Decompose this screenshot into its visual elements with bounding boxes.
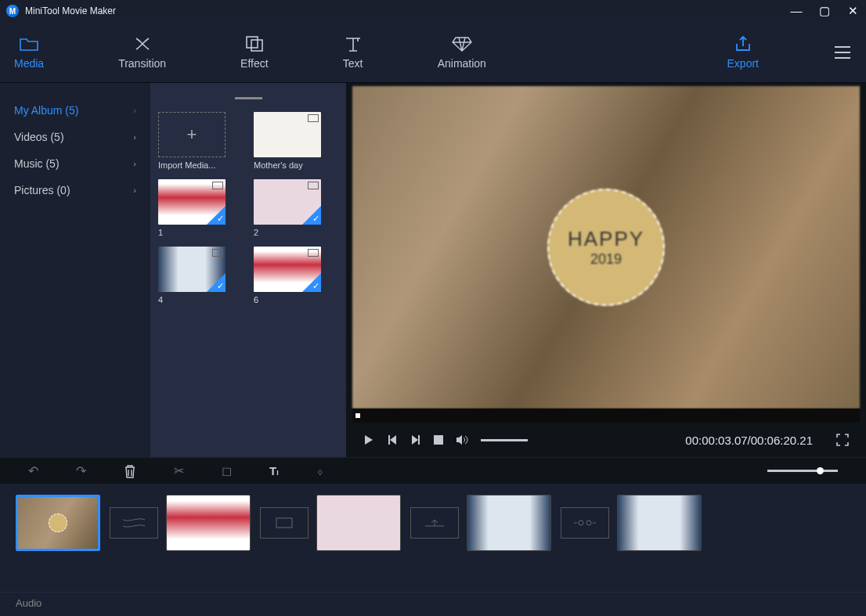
transition-slot[interactable]	[260, 507, 309, 539]
media-item[interactable]: 2	[254, 179, 338, 237]
timeline-clip[interactable]	[467, 495, 551, 551]
app-logo: M	[6, 5, 19, 17]
titlebar: M MiniTool Movie Maker — ▢ ✕	[0, 0, 866, 22]
media-tab[interactable]: Media	[14, 35, 44, 70]
next-frame-button[interactable]	[410, 434, 421, 445]
animation-tab[interactable]: Animation	[438, 35, 486, 70]
transition-slot[interactable]	[110, 507, 158, 539]
export-icon	[733, 35, 753, 52]
filmstrip-icon	[308, 249, 319, 257]
svg-point-4	[579, 521, 583, 525]
diamond-icon	[452, 35, 472, 52]
text-overlay-circle[interactable]: HAPPY 2019	[547, 189, 665, 306]
preview-panel: HAPPY 2019 00:00:03.07/00:06:20.21	[346, 83, 866, 457]
text-icon	[343, 35, 363, 52]
playhead[interactable]	[355, 413, 360, 418]
stop-button[interactable]	[434, 435, 443, 445]
transition-tab[interactable]: Transition	[118, 35, 166, 70]
close-button[interactable]: ✕	[846, 4, 860, 18]
timeline-clip[interactable]	[316, 495, 401, 551]
timeline[interactable]	[0, 484, 866, 592]
audio-track[interactable]: Audio	[0, 592, 866, 616]
svg-rect-1	[251, 40, 262, 51]
undo-button[interactable]: ↶	[28, 463, 38, 478]
prev-frame-button[interactable]	[387, 434, 398, 445]
sidebar-item-music[interactable]: Music (5)›	[0, 150, 150, 177]
chevron-right-icon: ›	[133, 159, 136, 168]
svg-rect-0	[247, 37, 258, 48]
app-title: MiniTool Movie Maker	[25, 5, 789, 16]
timeline-clip[interactable]	[166, 495, 251, 551]
timecode: 00:00:03.07/00:06:20.21	[685, 434, 813, 447]
svg-point-5	[586, 521, 591, 525]
chevron-right-icon: ›	[133, 132, 136, 142]
volume-button[interactable]	[456, 434, 468, 445]
chevron-right-icon: ›	[133, 106, 136, 115]
crop-button[interactable]: ◻	[222, 463, 232, 478]
scroll-indicator[interactable]	[235, 97, 262, 99]
check-icon	[207, 273, 226, 292]
timeline-clip[interactable]	[16, 495, 100, 551]
transition-slot[interactable]	[410, 507, 459, 539]
volume-slider[interactable]	[481, 439, 528, 441]
media-item[interactable]: 4	[158, 247, 243, 304]
video-preview[interactable]: HAPPY 2019	[352, 86, 860, 409]
progress-bar[interactable]	[352, 409, 860, 423]
svg-rect-3	[276, 518, 292, 528]
filmstrip-icon	[308, 114, 319, 122]
svg-rect-2	[434, 435, 443, 445]
sidebar-item-my-album[interactable]: My Album (5)›	[0, 97, 150, 124]
check-icon	[302, 273, 321, 292]
filmstrip-icon	[212, 249, 223, 257]
text-tab[interactable]: Text	[343, 35, 363, 70]
chevron-right-icon: ›	[133, 186, 136, 195]
media-panel: + Import Media... Mother's day 1 2 4	[150, 83, 346, 457]
media-item[interactable]: 1	[158, 179, 243, 237]
sidebar-item-videos[interactable]: Videos (5)›	[0, 124, 150, 150]
sidebar-item-pictures[interactable]: Pictures (0)›	[0, 177, 150, 204]
redo-button[interactable]: ↷	[76, 463, 86, 478]
media-item[interactable]: 6	[254, 247, 338, 304]
folder-icon	[19, 35, 39, 52]
transition-icon	[132, 35, 153, 52]
zoom-slider[interactable]	[767, 470, 838, 472]
export-button[interactable]: Export	[727, 35, 759, 70]
main-toolbar: Media Transition Effect Text Animation E…	[0, 22, 866, 83]
hamburger-menu[interactable]	[833, 45, 852, 59]
edit-toolbar: ↶ ↷ ✂ ◻ TI ⬨	[0, 457, 866, 484]
media-item[interactable]: Mother's day	[254, 112, 338, 170]
animation-edit-button[interactable]: ⬨	[316, 464, 324, 478]
maximize-button[interactable]: ▢	[817, 4, 832, 18]
text-edit-button[interactable]: TI	[269, 464, 279, 477]
delete-button[interactable]	[124, 464, 136, 478]
plus-icon: +	[158, 112, 226, 157]
effect-tab[interactable]: Effect	[240, 35, 269, 70]
check-icon	[207, 206, 226, 225]
minimize-button[interactable]: —	[789, 4, 803, 18]
split-button[interactable]: ✂	[174, 463, 184, 478]
filmstrip-icon	[308, 182, 319, 189]
filmstrip-icon	[212, 182, 223, 189]
effect-icon	[244, 35, 265, 52]
import-media-button[interactable]: + Import Media...	[158, 112, 243, 170]
fullscreen-button[interactable]	[836, 434, 849, 446]
check-icon	[302, 206, 321, 225]
play-button[interactable]	[363, 434, 374, 445]
timeline-clip[interactable]	[617, 495, 702, 551]
transition-slot[interactable]	[561, 507, 609, 539]
playback-controls: 00:00:03.07/00:06:20.21	[352, 423, 860, 457]
sidebar: My Album (5)› Videos (5)› Music (5)› Pic…	[0, 83, 150, 457]
